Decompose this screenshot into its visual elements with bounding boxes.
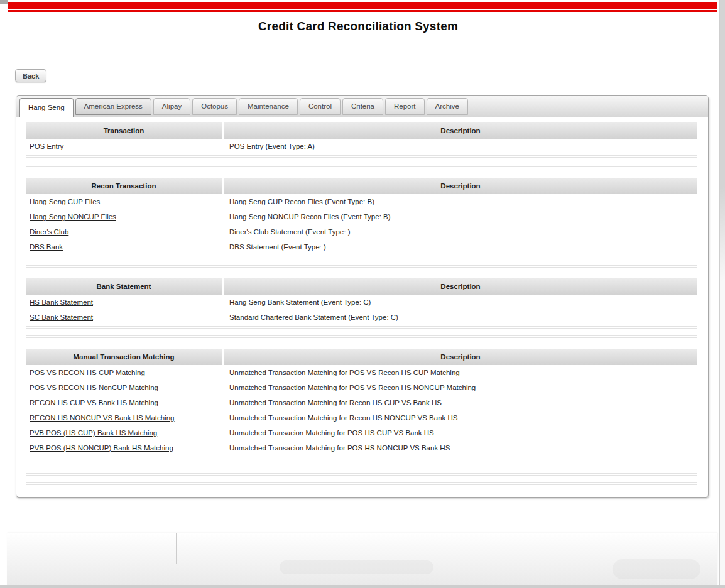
page-title: Credit Card Reconciliation System [0, 19, 716, 33]
recon-hs-cup-vs-bank-hs-matching-link[interactable]: RECON HS CUP VS Bank HS Matching [30, 399, 158, 406]
table-row: HS Bank Statement Hang Seng Bank Stateme… [26, 295, 697, 310]
column-header-manual-transaction-matching: Manual Transaction Matching [26, 349, 222, 365]
tab-criteria[interactable]: Criteria [342, 98, 383, 115]
section-footer-rule [26, 482, 697, 485]
main-tab-panel: Hang Seng American Express Alipay Octopu… [16, 95, 709, 498]
table-row: Hang Seng NONCUP Files Hang Seng NONCUP … [26, 209, 697, 224]
diners-club-link[interactable]: Diner's Club [30, 228, 68, 236]
column-header-description: Description [224, 278, 697, 295]
table-row: RECON HS NONCUP VS Bank HS Matching Unma… [26, 410, 697, 425]
table-row: POS VS RECON HS CUP Matching Unmatched T… [26, 365, 697, 380]
column-header-recon-transaction: Recon Transaction [26, 178, 222, 194]
tab-report[interactable]: Report [385, 98, 425, 115]
footer-watermark-right [613, 559, 700, 579]
table-row: DBS Bank DBS Statement (Event Type: ) [26, 239, 697, 254]
header-red-stripe [8, 10, 717, 12]
row-description: Unmatched Transacion Matching for POS HS… [224, 444, 697, 452]
footer-watermark-center [280, 560, 433, 574]
row-description: Diner's Club Statement (Event Type: ) [224, 228, 697, 236]
table-row: PVB POS (HS CUP) Bank HS Matching Unmatc… [26, 425, 697, 440]
table-header-row: Manual Transaction Matching Description [26, 349, 697, 365]
table-row: RECON HS CUP VS Bank HS Matching Unmatch… [26, 395, 697, 410]
pos-vs-recon-hs-cup-matching-link[interactable]: POS VS RECON HS CUP Matching [30, 369, 145, 376]
pos-vs-recon-hs-noncup-matching-link[interactable]: POS VS RECON HS NonCUP Matching [30, 384, 158, 391]
tab-control[interactable]: Control [300, 98, 341, 115]
column-header-description: Description [224, 349, 697, 365]
footer-divider-line [176, 533, 177, 564]
pvb-pos-hs-noncup-bank-hs-matching-link[interactable]: PVB POS (HS NONCUP) Bank HS Matching [30, 444, 173, 452]
section-recon-transaction: Recon Transaction Description Hang Seng … [26, 178, 697, 278]
sc-bank-statement-link[interactable]: SC Bank Statement [30, 313, 93, 321]
table-row: POS Entry POS Entry (Event Type: A) [26, 139, 697, 154]
hs-bank-statement-link[interactable]: HS Bank Statement [30, 298, 93, 306]
section-transaction: Transaction Description POS Entry POS En… [26, 122, 697, 178]
back-button[interactable]: Back [15, 69, 46, 82]
row-description: Hang Seng NONCUP Recon Files (Event Type… [224, 213, 697, 220]
dbs-bank-link[interactable]: DBS Bank [30, 243, 63, 251]
footer-panel [7, 533, 717, 585]
row-description: Hang Seng Bank Statement (Event Type: C) [224, 298, 697, 306]
row-description: Unmatched Transaction Matching for POS V… [224, 384, 697, 391]
table-row: POS VS RECON HS NonCUP Matching Unmatche… [26, 380, 697, 395]
right-edge-strip [719, 0, 725, 585]
tab-maintenance[interactable]: Maintenance [239, 98, 298, 115]
recon-hs-noncup-vs-bank-hs-matching-link[interactable]: RECON HS NONCUP VS Bank HS Matching [30, 414, 175, 422]
row-description: Hang Seng CUP Recon Files (Event Type: B… [224, 198, 697, 205]
row-description: Standard Chartered Bank Statement (Event… [224, 313, 697, 321]
table-row: SC Bank Statement Standard Chartered Ban… [26, 310, 697, 325]
row-description: Unmatched Transaction Matching for Recon… [224, 414, 697, 422]
tab-strip: Hang Seng American Express Alipay Octopu… [16, 96, 708, 117]
window-corner-fragment [0, 0, 8, 4]
pvb-pos-hs-cup-bank-hs-matching-link[interactable]: PVB POS (HS CUP) Bank HS Matching [30, 429, 157, 437]
table-row: PVB POS (HS NONCUP) Bank HS Matching Unm… [26, 440, 697, 455]
table-header-row: Recon Transaction Description [26, 178, 697, 194]
tab-octopus[interactable]: Octopus [192, 98, 237, 115]
column-header-transaction: Transaction [26, 122, 222, 139]
hang-seng-noncup-files-link[interactable]: Hang Seng NONCUP Files [30, 213, 116, 220]
table-row: Diner's Club Diner's Club Statement (Eve… [26, 224, 697, 239]
tab-archive[interactable]: Archive [427, 98, 468, 115]
row-description: DBS Statement (Event Type: ) [224, 243, 697, 251]
bottom-window-edge [0, 585, 725, 588]
section-manual-transaction-matching: Manual Transaction Matching Description … [26, 349, 697, 485]
table-header-row: Transaction Description [26, 122, 697, 139]
pos-entry-link[interactable]: POS Entry [30, 143, 63, 150]
hang-seng-cup-files-link[interactable]: Hang Seng CUP Files [30, 198, 100, 205]
tab-american-express[interactable]: American Express [75, 98, 151, 115]
column-header-description: Description [224, 122, 697, 139]
table-row: Hang Seng CUP Files Hang Seng CUP Recon … [26, 194, 697, 209]
row-description: POS Entry (Event Type: A) [224, 143, 697, 150]
column-header-bank-statement: Bank Statement [26, 278, 222, 295]
tab-panel-content: Transaction Description POS Entry POS En… [16, 117, 708, 485]
table-header-row: Bank Statement Description [26, 278, 697, 295]
tab-alipay[interactable]: Alipay [153, 98, 190, 115]
row-description: Unmatched Transaction Matching for POS V… [224, 369, 697, 376]
row-description: Unmatched Transacion Matching for POS HS… [224, 429, 697, 437]
tab-hang-seng[interactable]: Hang Seng [19, 98, 74, 117]
header-red-bar [8, 2, 717, 9]
row-description: Unmatched Transaction Matching for Recon… [224, 399, 697, 406]
section-bank-statement: Bank Statement Description HS Bank State… [26, 278, 697, 349]
column-header-description: Description [224, 178, 697, 194]
